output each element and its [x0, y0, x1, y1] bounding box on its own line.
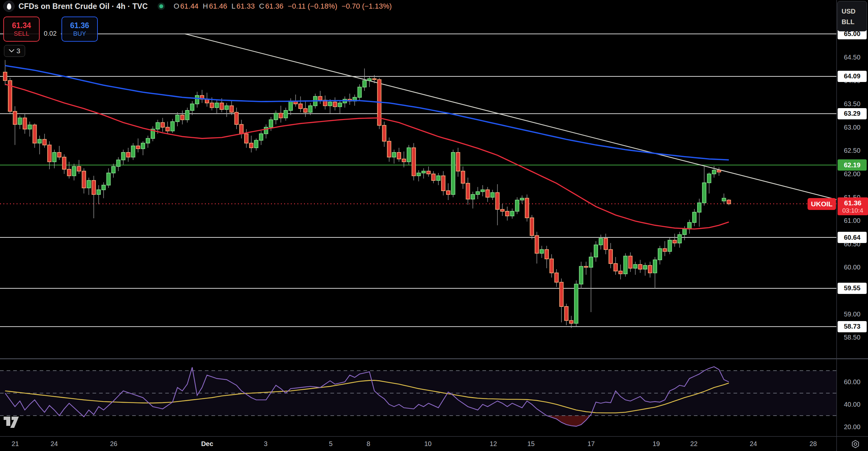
- time-label-10: 10: [424, 440, 432, 448]
- candle-up-85: [422, 171, 426, 173]
- candle-up-19: [97, 190, 100, 194]
- time-label-22: 22: [690, 440, 698, 448]
- candle-down-145: [717, 170, 721, 172]
- candle-up-57: [284, 111, 287, 118]
- candle-down-46: [230, 106, 233, 113]
- candle-down-0: [3, 72, 7, 80]
- candle-down-102: [505, 211, 509, 216]
- candle-up-144: [712, 170, 716, 174]
- candle-up-7: [38, 140, 41, 143]
- time-label-24: 24: [51, 440, 58, 448]
- time-label-28: 28: [809, 440, 817, 448]
- candle-up-54: [269, 120, 273, 127]
- candle-down-48: [240, 124, 243, 133]
- candle-down-92: [456, 152, 460, 171]
- buy-price: 61.36: [70, 21, 89, 30]
- candle-down-16: [82, 171, 86, 188]
- candle-up-88: [436, 176, 440, 181]
- candle-up-105: [520, 198, 524, 200]
- time-label-5: 5: [329, 440, 332, 448]
- price-tick-63.00: 63.00: [837, 124, 867, 131]
- candle-up-51: [254, 140, 258, 148]
- low-label: L: [231, 2, 236, 10]
- candle-down-89: [441, 176, 445, 191]
- candle-down-125: [619, 271, 622, 274]
- candle-down-86: [427, 171, 430, 174]
- high-label: H: [203, 2, 208, 10]
- time-axis[interactable]: 212426Dec3581012151719222428: [0, 437, 868, 451]
- candle-down-115: [570, 321, 573, 323]
- time-label-15: 15: [527, 440, 535, 448]
- candle-down-18: [92, 181, 95, 194]
- candle-down-27: [136, 146, 140, 148]
- ohlc-values: O61.44 H61.46 L61.33 C61.36 −0.11 (−0.18…: [174, 2, 396, 10]
- candle-up-109: [540, 250, 544, 253]
- candle-down-12: [62, 157, 66, 169]
- candle-up-17: [87, 181, 91, 188]
- buy-label: BUY: [73, 30, 86, 37]
- high-value: 61.46: [209, 2, 227, 10]
- candle-up-39: [195, 95, 199, 104]
- symbol-price-tag: UKOIL: [808, 198, 836, 210]
- unit-box[interactable]: USD BLL: [837, 1, 867, 31]
- candle-down-56: [279, 113, 282, 118]
- ma-red-line[interactable]: [5, 84, 729, 229]
- candle-down-61: [304, 109, 307, 112]
- candle-up-20: [102, 185, 105, 190]
- open-label: O: [174, 2, 179, 10]
- time-label-26: 26: [110, 440, 117, 448]
- main-chart-canvas[interactable]: [0, 0, 868, 451]
- candle-down-4: [23, 118, 27, 129]
- candle-down-93: [461, 171, 465, 183]
- candle-down-83: [412, 148, 416, 176]
- candle-down-107: [530, 218, 534, 236]
- candle-down-122: [604, 238, 608, 250]
- candle-up-128: [633, 265, 637, 268]
- candle-up-22: [112, 166, 115, 173]
- symbol-title[interactable]: CFDs on Brent Crude Oil · 4h · TVC: [19, 2, 148, 11]
- candle-down-78: [387, 141, 391, 157]
- price-tick-61.00: 61.00: [837, 217, 867, 224]
- candle-down-106: [525, 198, 529, 217]
- candle-down-49: [245, 134, 248, 143]
- candle-up-62: [309, 106, 312, 113]
- time-label-21: 21: [11, 440, 19, 448]
- candle-up-135: [668, 240, 672, 251]
- bar-replay-count-dropdown[interactable]: 3: [4, 45, 25, 57]
- price-tick-62.50: 62.50: [837, 147, 867, 154]
- candle-up-99: [491, 192, 494, 197]
- sell-label: SELL: [14, 30, 29, 37]
- tradingview-logo-icon[interactable]: [3, 415, 19, 428]
- candle-down-32: [161, 123, 164, 127]
- candle-up-21: [107, 173, 111, 185]
- candle-up-66: [328, 102, 332, 106]
- buy-button[interactable]: 61.36 BUY: [61, 17, 98, 42]
- candle-down-11: [58, 152, 61, 157]
- axis-settings-gear-icon[interactable]: [851, 440, 860, 449]
- price-label-63.29: 63.29: [838, 108, 867, 119]
- candle-down-50: [249, 143, 253, 148]
- candle-up-143: [707, 174, 711, 183]
- candle-up-5: [28, 125, 32, 129]
- instrument-logo[interactable]: [3, 1, 14, 12]
- candle-up-142: [703, 183, 706, 203]
- candle-up-139: [688, 222, 691, 229]
- candle-up-121: [599, 238, 603, 245]
- close-label: C: [259, 2, 264, 10]
- candle-down-147: [727, 200, 731, 204]
- candle-up-34: [171, 122, 175, 131]
- change-absolute: −0.11 (−0.18%): [288, 2, 337, 10]
- sell-button[interactable]: 61.34 SELL: [3, 17, 40, 42]
- time-label-19: 19: [653, 440, 660, 448]
- candle-up-126: [623, 256, 627, 274]
- chevron-down-icon: [9, 49, 14, 53]
- time-label-24: 24: [750, 440, 757, 448]
- candle-down-108: [535, 235, 538, 253]
- candle-down-127: [628, 256, 632, 269]
- candle-up-119: [589, 257, 593, 267]
- candle-up-82: [407, 148, 411, 162]
- change-percent: −0.70 (−1.13%): [342, 2, 392, 10]
- indicator-axis[interactable]: 60.0040.0020.00: [837, 359, 868, 437]
- trading-chart-app: CFDs on Brent Crude Oil · 4h · TVC O61.4…: [0, 0, 868, 451]
- price-tick-59.00: 59.00: [837, 310, 867, 318]
